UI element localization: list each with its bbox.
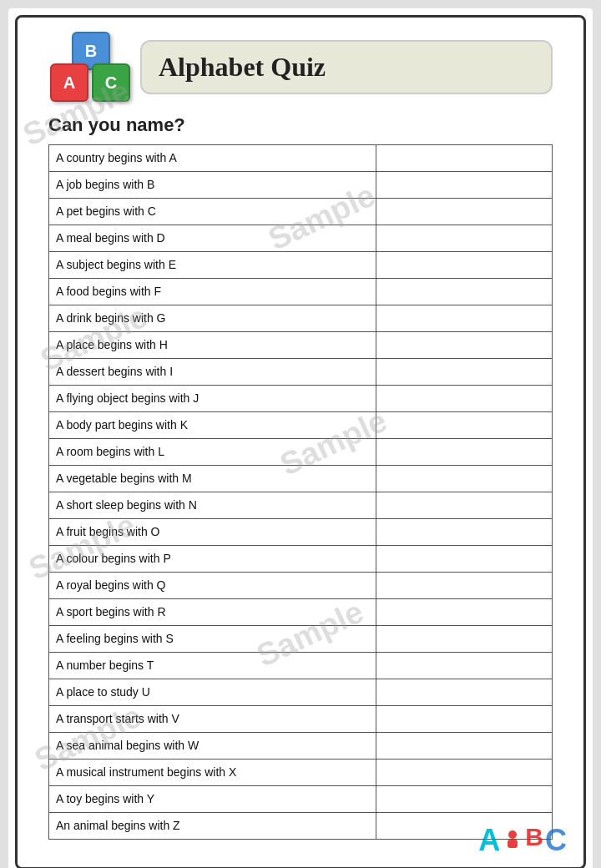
answer-cell[interactable] (376, 252, 552, 279)
answer-cell[interactable] (376, 172, 552, 199)
table-row: A short sleep begins with N (49, 492, 553, 519)
answer-cell[interactable] (376, 145, 552, 172)
table-row: An animal begins with Z (49, 813, 553, 840)
answer-cell[interactable] (376, 279, 552, 305)
table-row: A place to study U (49, 679, 553, 706)
table-row: A colour begins with P (49, 546, 553, 573)
answer-cell[interactable] (376, 412, 552, 439)
table-row: A body part begins with K (49, 412, 553, 439)
question-cell: A toy begins with Y (49, 786, 376, 813)
table-row: A toy begins with Y (49, 786, 553, 813)
question-cell: A sea animal begins with W (49, 733, 376, 760)
question-cell: A royal begins with Q (49, 573, 376, 599)
answer-cell[interactable] (376, 599, 552, 626)
question-cell: A flying object begins with J (49, 386, 376, 412)
question-cell: A food begins with F (49, 279, 376, 305)
question-cell: A short sleep begins with N (49, 492, 376, 519)
abc-blocks-logo: B A C (48, 32, 132, 103)
block-a: A (50, 63, 88, 102)
answer-cell[interactable] (376, 733, 552, 760)
question-cell: A colour begins with P (49, 546, 376, 573)
table-row: A vegetable begins with M (49, 466, 553, 492)
table-row: A job begins with B (49, 172, 553, 199)
title-box: Alphabet Quiz (140, 40, 553, 94)
table-row: A sea animal begins with W (49, 733, 553, 760)
table-row: A country begins with A (49, 145, 553, 172)
answer-cell[interactable] (376, 492, 552, 519)
answer-cell[interactable] (376, 573, 552, 599)
answer-cell[interactable] (376, 813, 552, 840)
table-row: A food begins with F (49, 279, 553, 305)
answer-cell[interactable] (376, 653, 552, 679)
table-row: A subject begins with E (49, 252, 553, 279)
question-cell: A sport begins with R (49, 599, 376, 626)
question-cell: A vegetable begins with M (49, 466, 376, 492)
answer-cell[interactable] (376, 439, 552, 466)
answer-cell[interactable] (376, 679, 552, 706)
question-cell: A dessert begins with I (49, 359, 376, 386)
answer-cell[interactable] (376, 359, 552, 386)
question-cell: A feeling begins with S (49, 626, 376, 653)
table-row: A room begins with L (49, 439, 553, 466)
question-cell: A place begins with H (49, 332, 376, 359)
table-row: A place begins with H (49, 332, 553, 359)
header: B A C Alphabet Quiz (40, 32, 561, 103)
table-row: A royal begins with Q (49, 573, 553, 599)
question-cell: A room begins with L (49, 439, 376, 466)
question-cell: A musical instrument begins with X (49, 760, 376, 786)
question-cell: An animal begins with Z (49, 813, 376, 840)
question-cell: A job begins with B (49, 172, 376, 199)
answer-cell[interactable] (376, 760, 552, 786)
question-cell: A body part begins with K (49, 412, 376, 439)
question-cell: A pet begins with C (49, 199, 376, 225)
table-row: A dessert begins with I (49, 359, 553, 386)
table-row: A meal begins with D (49, 225, 553, 252)
table-row: A fruit begins with O (49, 519, 553, 546)
table-row: A drink begins with G (49, 305, 553, 332)
block-c: C (92, 63, 130, 102)
answer-cell[interactable] (376, 199, 552, 225)
answer-cell[interactable] (376, 706, 552, 733)
question-cell: A meal begins with D (49, 225, 376, 252)
answer-cell[interactable] (376, 305, 552, 332)
subtitle: Can you name? (40, 114, 561, 136)
page-title: Alphabet Quiz (159, 52, 326, 82)
table-row: A sport begins with R (49, 599, 553, 626)
quiz-table: A country begins with AA job begins with… (48, 144, 553, 840)
table-row: A feeling begins with S (49, 626, 553, 653)
table-row: A number begins T (49, 653, 553, 679)
question-cell: A place to study U (49, 679, 376, 706)
table-row: A musical instrument begins with X (49, 760, 553, 786)
answer-cell[interactable] (376, 386, 552, 412)
question-cell: A fruit begins with O (49, 519, 376, 546)
content: B A C Alphabet Quiz Can you name? A coun… (23, 23, 578, 848)
table-row: A transport starts with V (49, 706, 553, 733)
table-row: A flying object begins with J (49, 386, 553, 412)
question-cell: A number begins T (49, 653, 376, 679)
answer-cell[interactable] (376, 225, 552, 252)
question-cell: A country begins with A (49, 145, 376, 172)
question-cell: A drink begins with G (49, 305, 376, 332)
table-row: A pet begins with C (49, 199, 553, 225)
answer-cell[interactable] (376, 786, 552, 813)
question-cell: A transport starts with V (49, 706, 376, 733)
answer-cell[interactable] (376, 519, 552, 546)
answer-cell[interactable] (376, 332, 552, 359)
question-cell: A subject begins with E (49, 252, 376, 279)
answer-cell[interactable] (376, 626, 552, 653)
answer-cell[interactable] (376, 546, 552, 573)
answer-cell[interactable] (376, 466, 552, 492)
page: Sample Sample Sample Sample Sample Sampl… (8, 8, 593, 868)
